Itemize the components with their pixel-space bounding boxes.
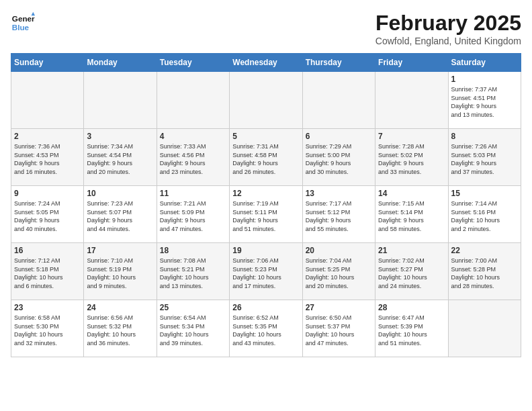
day-info: Sunrise: 7:02 AM Sunset: 5:27 PM Dayligh…	[378, 257, 445, 290]
calendar-cell: 23Sunrise: 6:58 AM Sunset: 5:30 PM Dayli…	[11, 300, 84, 357]
calendar-cell: 12Sunrise: 7:19 AM Sunset: 5:11 PM Dayli…	[230, 186, 302, 243]
calendar-cell: 15Sunrise: 7:14 AM Sunset: 5:16 PM Dayli…	[448, 186, 521, 243]
day-number: 2	[14, 132, 81, 141]
day-number: 8	[451, 132, 518, 141]
header-day: Wednesday	[230, 54, 302, 72]
calendar-cell: 8Sunrise: 7:26 AM Sunset: 5:03 PM Daylig…	[448, 129, 521, 186]
day-number: 13	[306, 189, 372, 198]
day-info: Sunrise: 7:36 AM Sunset: 4:53 PM Dayligh…	[14, 142, 81, 176]
calendar-cell: 1Sunrise: 7:37 AM Sunset: 4:51 PM Daylig…	[448, 72, 521, 129]
day-info: Sunrise: 6:47 AM Sunset: 5:39 PM Dayligh…	[378, 314, 445, 347]
header-day: Friday	[375, 54, 448, 72]
calendar-cell	[157, 72, 229, 129]
day-number: 1	[451, 75, 518, 84]
day-number: 22	[451, 246, 518, 255]
calendar-cell	[84, 72, 157, 129]
header-day: Monday	[84, 54, 157, 72]
page-header: General Blue February 2025 Cowfold, Engl…	[11, 11, 521, 46]
day-number: 14	[378, 189, 445, 198]
day-info: Sunrise: 7:10 AM Sunset: 5:19 PM Dayligh…	[87, 257, 153, 290]
title-block: February 2025 Cowfold, England, United K…	[375, 11, 521, 46]
day-number: 10	[87, 189, 153, 198]
day-number: 27	[306, 303, 372, 312]
calendar-cell: 20Sunrise: 7:04 AM Sunset: 5:25 PM Dayli…	[302, 243, 375, 300]
day-info: Sunrise: 7:24 AM Sunset: 5:05 PM Dayligh…	[14, 199, 81, 233]
calendar-cell	[302, 72, 375, 129]
calendar-cell: 22Sunrise: 7:00 AM Sunset: 5:28 PM Dayli…	[448, 243, 521, 300]
day-info: Sunrise: 7:34 AM Sunset: 4:54 PM Dayligh…	[87, 142, 153, 176]
day-info: Sunrise: 6:54 AM Sunset: 5:34 PM Dayligh…	[160, 314, 226, 347]
day-info: Sunrise: 7:29 AM Sunset: 5:00 PM Dayligh…	[306, 142, 372, 176]
day-info: Sunrise: 7:31 AM Sunset: 4:58 PM Dayligh…	[232, 142, 299, 176]
day-number: 23	[14, 303, 81, 312]
calendar-cell: 10Sunrise: 7:23 AM Sunset: 5:07 PM Dayli…	[84, 186, 157, 243]
day-info: Sunrise: 6:58 AM Sunset: 5:30 PM Dayligh…	[14, 314, 81, 347]
location: Cowfold, England, United Kingdom	[375, 36, 521, 46]
calendar-cell: 16Sunrise: 7:12 AM Sunset: 5:18 PM Dayli…	[11, 243, 84, 300]
day-number: 15	[451, 189, 518, 198]
calendar-table: SundayMondayTuesdayWednesdayThursdayFrid…	[11, 53, 521, 357]
calendar-cell: 5Sunrise: 7:31 AM Sunset: 4:58 PM Daylig…	[230, 129, 302, 186]
calendar-cell: 26Sunrise: 6:52 AM Sunset: 5:35 PM Dayli…	[230, 300, 302, 357]
calendar-cell: 4Sunrise: 7:33 AM Sunset: 4:56 PM Daylig…	[157, 129, 229, 186]
calendar-cell: 3Sunrise: 7:34 AM Sunset: 4:54 PM Daylig…	[84, 129, 157, 186]
day-number: 3	[87, 132, 153, 141]
calendar-cell	[230, 72, 302, 129]
header-day: Saturday	[448, 54, 521, 72]
calendar-cell: 24Sunrise: 6:56 AM Sunset: 5:32 PM Dayli…	[84, 300, 157, 357]
day-info: Sunrise: 7:17 AM Sunset: 5:12 PM Dayligh…	[306, 199, 372, 233]
day-info: Sunrise: 6:56 AM Sunset: 5:32 PM Dayligh…	[87, 314, 153, 347]
day-info: Sunrise: 7:14 AM Sunset: 5:16 PM Dayligh…	[451, 199, 518, 233]
day-number: 28	[378, 303, 445, 312]
calendar-cell: 6Sunrise: 7:29 AM Sunset: 5:00 PM Daylig…	[302, 129, 375, 186]
calendar-cell: 13Sunrise: 7:17 AM Sunset: 5:12 PM Dayli…	[302, 186, 375, 243]
calendar-week: 9Sunrise: 7:24 AM Sunset: 5:05 PM Daylig…	[11, 186, 521, 243]
day-info: Sunrise: 7:06 AM Sunset: 5:23 PM Dayligh…	[232, 257, 299, 290]
day-number: 16	[14, 246, 81, 255]
calendar-cell	[375, 72, 448, 129]
day-info: Sunrise: 6:52 AM Sunset: 5:35 PM Dayligh…	[232, 314, 299, 347]
header-day: Thursday	[302, 54, 375, 72]
day-info: Sunrise: 7:19 AM Sunset: 5:11 PM Dayligh…	[232, 199, 299, 233]
day-number: 19	[232, 246, 299, 255]
calendar-cell: 14Sunrise: 7:15 AM Sunset: 5:14 PM Dayli…	[375, 186, 448, 243]
day-info: Sunrise: 7:33 AM Sunset: 4:56 PM Dayligh…	[160, 142, 226, 176]
calendar-cell	[11, 72, 84, 129]
day-info: Sunrise: 7:37 AM Sunset: 4:51 PM Dayligh…	[451, 85, 518, 119]
calendar-cell: 28Sunrise: 6:47 AM Sunset: 5:39 PM Dayli…	[375, 300, 448, 357]
day-info: Sunrise: 7:21 AM Sunset: 5:09 PM Dayligh…	[160, 199, 226, 233]
day-number: 24	[87, 303, 153, 312]
calendar-week: 16Sunrise: 7:12 AM Sunset: 5:18 PM Dayli…	[11, 243, 521, 300]
day-number: 21	[378, 246, 445, 255]
calendar-week: 23Sunrise: 6:58 AM Sunset: 5:30 PM Dayli…	[11, 300, 521, 357]
day-number: 6	[306, 132, 372, 141]
day-info: Sunrise: 7:04 AM Sunset: 5:25 PM Dayligh…	[306, 257, 372, 290]
day-number: 4	[160, 132, 226, 141]
day-info: Sunrise: 7:26 AM Sunset: 5:03 PM Dayligh…	[451, 142, 518, 176]
day-number: 9	[14, 189, 81, 198]
header-day: Sunday	[11, 54, 84, 72]
calendar-cell: 19Sunrise: 7:06 AM Sunset: 5:23 PM Dayli…	[230, 243, 302, 300]
calendar-cell: 9Sunrise: 7:24 AM Sunset: 5:05 PM Daylig…	[11, 186, 84, 243]
calendar-cell: 25Sunrise: 6:54 AM Sunset: 5:34 PM Dayli…	[157, 300, 229, 357]
day-number: 17	[87, 246, 153, 255]
calendar-cell: 21Sunrise: 7:02 AM Sunset: 5:27 PM Dayli…	[375, 243, 448, 300]
day-number: 7	[378, 132, 445, 141]
day-info: Sunrise: 6:50 AM Sunset: 5:37 PM Dayligh…	[306, 314, 372, 347]
day-info: Sunrise: 7:23 AM Sunset: 5:07 PM Dayligh…	[87, 199, 153, 233]
day-number: 11	[160, 189, 226, 198]
day-number: 18	[160, 246, 226, 255]
calendar-week: 2Sunrise: 7:36 AM Sunset: 4:53 PM Daylig…	[11, 129, 521, 186]
calendar-cell: 18Sunrise: 7:08 AM Sunset: 5:21 PM Dayli…	[157, 243, 229, 300]
day-number: 25	[160, 303, 226, 312]
svg-text:Blue: Blue	[12, 23, 30, 32]
day-info: Sunrise: 7:28 AM Sunset: 5:02 PM Dayligh…	[378, 142, 445, 176]
calendar-cell: 2Sunrise: 7:36 AM Sunset: 4:53 PM Daylig…	[11, 129, 84, 186]
calendar-week: 1Sunrise: 7:37 AM Sunset: 4:51 PM Daylig…	[11, 72, 521, 129]
calendar-cell: 27Sunrise: 6:50 AM Sunset: 5:37 PM Dayli…	[302, 300, 375, 357]
day-info: Sunrise: 7:00 AM Sunset: 5:28 PM Dayligh…	[451, 257, 518, 290]
calendar-cell: 17Sunrise: 7:10 AM Sunset: 5:19 PM Dayli…	[84, 243, 157, 300]
logo-icon: General Blue	[11, 11, 35, 35]
header-row: SundayMondayTuesdayWednesdayThursdayFrid…	[11, 54, 521, 72]
header-day: Tuesday	[157, 54, 229, 72]
